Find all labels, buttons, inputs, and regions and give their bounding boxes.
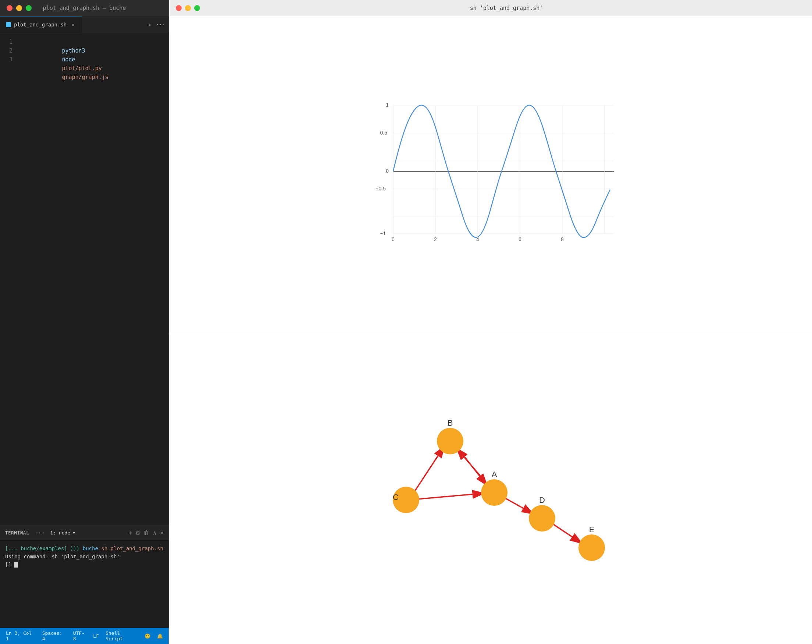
svg-text:8: 8 [561,236,564,242]
output-minimize-button[interactable] [185,5,191,11]
graph-area: A B C D E [169,334,812,644]
svg-text:6: 6 [519,236,522,242]
editor-panel: plot_and_graph.sh — buche plot_and_graph… [0,0,169,644]
terminal-more-button[interactable]: ··· [34,529,45,536]
edge-c-to-b [414,446,444,493]
editor-traffic-lights [7,5,32,11]
output-close-button[interactable] [176,5,182,11]
node-b [437,428,463,454]
minimize-button[interactable] [16,5,22,11]
svg-text:−1: −1 [380,230,386,236]
split-terminal-button[interactable]: ⊞ [136,529,140,536]
output-title: sh 'plot_and_graph.sh' [208,5,805,11]
status-spaces: Spaces: 4 [42,630,67,641]
svg-text:0.5: 0.5 [380,130,388,135]
code-path-1: plot/plot.py [62,65,102,72]
svg-text:−0.5: −0.5 [375,186,386,192]
terminal-label: TERMINAL [5,530,29,536]
status-line-ending: LF [93,633,99,639]
line-numbers: 1 2 3 [0,38,16,64]
terminal-prompt: [... buche/examples] ))) [5,545,83,551]
terminal-tab-chevron: ▾ [72,530,75,536]
delete-terminal-button[interactable]: 🗑 [143,529,149,536]
code-line-1: python3 plot/plot.py [22,38,163,46]
terminal-panel: TERMINAL ··· 1: node ▾ + ⊞ 🗑 ∧ × [0,525,169,628]
svg-text:0: 0 [386,168,389,174]
editor-title: plot_and_graph.sh — buche [43,5,126,11]
node-a [481,479,508,506]
code-lines: python3 plot/plot.py node graph/graph.js [16,38,169,64]
code-path-2: graph/graph.js [62,74,108,81]
node-d-label: D [539,495,545,505]
chevron-up-button[interactable]: ∧ [153,529,157,536]
status-language: Shell Script [105,630,138,641]
terminal-output-2: [] [5,560,164,569]
terminal-tab-node[interactable]: 1: node ▾ [50,530,75,536]
edge-a-to-b [457,448,488,484]
split-editor-button[interactable]: ⇥ [144,20,154,30]
code-cmd-2: node [62,56,75,63]
node-c-label: C [393,493,398,502]
tab-actions: ⇥ ··· [144,16,169,33]
editor-content[interactable]: 1 2 3 python3 plot/plot.py node graph/gr… [0,33,169,525]
svg-text:0: 0 [392,236,395,242]
terminal-cmd-args: sh plot_and_graph.sh [101,545,163,551]
terminal-cmd-main: buche [83,545,98,551]
file-icon [6,22,11,27]
terminal-header: TERMINAL ··· 1: node ▾ + ⊞ 🗑 ∧ × [0,525,169,541]
node-a-label: A [492,470,497,479]
more-actions-button[interactable]: ··· [156,20,166,30]
terminal-output-1: Using command: sh 'plot_and_graph.sh' [5,553,164,560]
edge-d-to-e [551,523,582,543]
terminal-tab-actions: + ⊞ 🗑 ∧ × [129,529,164,536]
code-cmd-1: python3 [62,47,85,54]
edge-a-to-d [503,497,533,514]
svg-text:2: 2 [434,236,437,242]
sine-wave-chart: 1 0.5 0 −0.5 −1 0 2 4 6 8 [371,102,621,241]
maximize-button[interactable] [26,5,32,11]
edge-c-to-a [417,493,484,499]
kill-terminal-button[interactable]: × [160,529,164,536]
output-panel: sh 'plot_and_graph.sh' [169,0,812,644]
tab-close-button[interactable]: × [70,21,76,28]
status-bell-icon[interactable]: 🔔 [157,633,163,639]
editor-titlebar: plot_and_graph.sh — buche [0,0,169,16]
plot-area: 1 0.5 0 −0.5 −1 0 2 4 6 8 [169,16,812,334]
status-ln-col: Ln 3, Col 1 [6,630,36,641]
tab-filename: plot_and_graph.sh [14,22,67,27]
status-bar: Ln 3, Col 1 Spaces: 4 UTF-8 LF Shell Scr… [0,628,169,644]
terminal-line-1: [... buche/examples] ))) buche sh plot_a… [5,544,164,553]
terminal-cursor [14,562,18,568]
output-traffic-lights [176,5,200,11]
output-titlebar: sh 'plot_and_graph.sh' [169,0,812,16]
status-encoding: UTF-8 [73,630,87,641]
terminal-tab-label: 1: node [50,530,70,536]
node-e [578,534,605,561]
file-tab[interactable]: plot_and_graph.sh × [0,16,82,33]
node-d [529,505,555,531]
add-terminal-button[interactable]: + [129,529,133,536]
status-smiley-icon[interactable]: 🙂 [145,633,150,639]
close-button[interactable] [7,5,12,11]
output-maximize-button[interactable] [194,5,200,11]
node-e-label: E [589,525,595,534]
terminal-content: [... buche/examples] ))) buche sh plot_a… [0,541,169,628]
node-graph: A B C D E [362,400,619,577]
svg-text:1: 1 [386,102,389,108]
node-b-label: B [447,418,453,428]
editor-tab-bar: plot_and_graph.sh × ⇥ ··· [0,16,169,33]
